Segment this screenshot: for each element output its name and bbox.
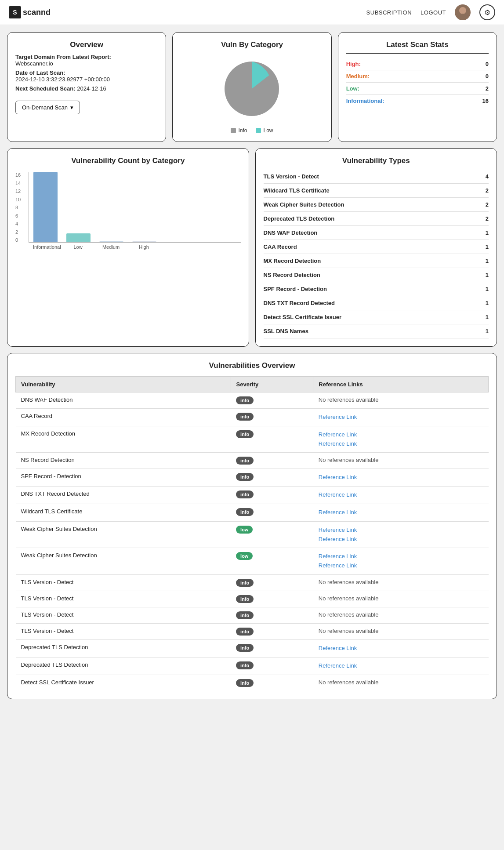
vuln-type-name: CAA Record [264,243,297,250]
date-row: Date of Last Scan: 2024-12-10 3:32:23.92… [15,69,158,83]
vuln-type-count: 2 [486,215,489,222]
next-scan-value: 2024-12-16 [77,85,106,92]
vuln-type-name: SPF Record - Detection [264,286,327,292]
severity-badge: info [236,490,254,498]
no-ref-text: No references available [319,628,379,634]
on-demand-scan-button[interactable]: On-Demand Scan ▾ [15,101,80,114]
reference-link[interactable]: Reference Link [319,473,483,482]
reference-link[interactable]: Reference Link [319,561,483,570]
avatar[interactable] [455,4,471,20]
legend-info-dot [231,128,236,133]
bar-informational [33,172,58,242]
subscription-link[interactable]: SUBSCRIPTION [366,9,412,16]
no-ref-text: No references available [319,579,379,585]
table-row: SPF Record - DetectioninfoReference Link [16,469,489,487]
reference-link[interactable]: Reference Link [319,490,483,500]
cell-severity: info [231,409,313,426]
vuln-type-item: CAA Record1 [264,240,489,254]
severity-badge: info [236,457,254,465]
reference-link[interactable]: Reference Link [319,644,483,653]
cell-vulnerability: Deprecated TLS Detection [16,657,231,675]
vuln-by-category-card: Vuln By Category Info [172,32,331,142]
cell-vulnerability: TLS Version - Detect [16,607,231,623]
reference-link[interactable]: Reference Link [319,440,483,449]
bar-low-rect [66,233,91,242]
vuln-count-chart-card: Vulnerability Count by Category 0 2 4 6 … [7,148,249,347]
vuln-type-count: 1 [486,314,489,320]
reference-link[interactable]: Reference Link [319,535,483,544]
no-ref-text: No references available [319,396,379,403]
table-row: DNS WAF DetectioninfoNo references avail… [16,392,489,409]
stat-high-label: High: [346,61,361,67]
cell-reference-links: No references available [313,392,489,409]
reference-link[interactable]: Reference Link [319,413,483,422]
gear-icon: ⚙ [484,8,490,17]
x-label-high: High [132,244,156,250]
severity-badge: info [236,611,254,619]
logout-link[interactable]: LOGOUT [421,9,446,16]
reference-link[interactable]: Reference Link [319,661,483,671]
vuln-type-count: 2 [486,187,489,194]
cell-reference-links: Reference LinkReference Link [313,426,489,453]
vuln-type-name: Deprecated TLS Detection [264,215,335,222]
vuln-type-count: 1 [486,328,489,334]
severity-badge: info [236,396,254,404]
target-label: Target Domain From Latest Report: [15,54,111,60]
svg-point-0 [459,7,466,14]
no-ref-text: No references available [319,611,379,618]
middle-cards: Vulnerability Count by Category 0 2 4 6 … [7,148,497,347]
severity-badge: info [236,413,254,421]
vuln-type-name: SSL DNS Names [264,328,308,334]
severity-badge: low [236,526,253,534]
target-value: Webscanner.io [15,60,53,67]
table-row: TLS Version - DetectinfoNo references av… [16,607,489,623]
bar-medium [99,241,123,242]
stat-low: Low: 2 [346,83,489,95]
vuln-table: Vulnerability Severity Reference Links D… [15,376,489,691]
stat-medium-label: Medium: [346,73,370,80]
stat-low-label: Low: [346,85,359,92]
table-row: DNS TXT Record DetectedinfoReference Lin… [16,487,489,504]
table-row: CAA RecordinfoReference Link [16,409,489,426]
logo-text: scannd [23,8,51,17]
cell-reference-links: No references available [313,453,489,469]
severity-badge: info [236,644,254,652]
cell-vulnerability: Wildcard TLS Certificate [16,504,231,521]
bar-high-rect [132,241,156,242]
no-ref-text: No references available [319,595,379,602]
no-ref-text: No references available [319,679,379,686]
reference-link[interactable]: Reference Link [319,526,483,535]
cell-severity: info [231,469,313,487]
table-row: TLS Version - DetectinfoNo references av… [16,574,489,591]
table-row: Deprecated TLS DetectioninfoReference Li… [16,639,489,657]
vuln-type-item: Wildcard TLS Certificate2 [264,184,489,198]
severity-badge: low [236,552,253,560]
scan-button-label: On-Demand Scan [22,104,68,111]
cell-severity: low [231,521,313,548]
cell-reference-links: Reference LinkReference Link [313,521,489,548]
table-body: DNS WAF DetectioninfoNo references avail… [16,392,489,691]
bar-informational-rect [33,172,58,242]
vuln-type-count: 1 [486,272,489,278]
overview-card: Overview Target Domain From Latest Repor… [7,32,166,142]
date-value: 2024-12-10 3:32:23.92977 +00:00:00 [15,76,110,83]
vuln-types-title: Vulnerability Types [264,156,489,165]
reference-link[interactable]: Reference Link [319,552,483,561]
legend-low: Low [256,127,273,134]
reference-link[interactable]: Reference Link [319,508,483,517]
cell-severity: low [231,548,313,575]
col-vulnerability: Vulnerability [16,377,231,392]
cell-reference-links: No references available [313,574,489,591]
vuln-type-item: MX Record Detection1 [264,254,489,268]
vuln-type-name: Detect SSL Certificate Issuer [264,314,342,320]
app-header: S scannd SUBSCRIPTION LOGOUT ⚙ [0,0,504,25]
vuln-type-item: Detect SSL Certificate Issuer1 [264,310,489,324]
cell-reference-links: Reference Link [313,487,489,504]
settings-button[interactable]: ⚙ [479,4,495,20]
vuln-type-item: Weak Cipher Suites Detection2 [264,198,489,212]
cell-vulnerability: DNS WAF Detection [16,392,231,409]
severity-badge: info [236,679,254,687]
bar-high [132,241,156,242]
severity-badge: info [236,579,254,587]
reference-link[interactable]: Reference Link [319,430,483,440]
